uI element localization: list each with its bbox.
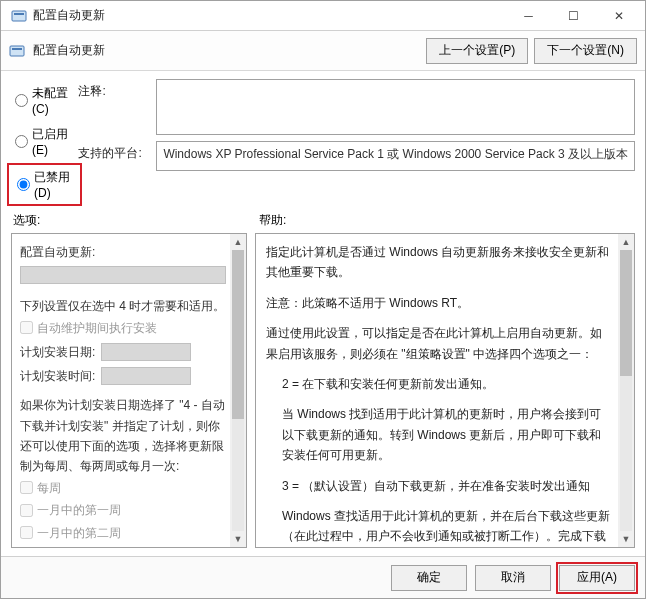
svg-rect-2 (10, 46, 24, 56)
minimize-button[interactable]: ─ (506, 1, 551, 31)
chk-first-week-input[interactable] (20, 504, 33, 517)
config-area: 未配置(C) 已启用(E) 已禁用(D) 注释: 支持的平台: Windows … (1, 71, 645, 208)
chk-every-week-input[interactable] (20, 481, 33, 494)
options-scrollbar[interactable]: ▲ ▼ (230, 234, 246, 547)
scroll-down-icon[interactable]: ▼ (232, 533, 244, 545)
help-header: 帮助: (259, 212, 633, 229)
help-p5: 当 Windows 找到适用于此计算机的更新时，用户将会接到可以下载更新的通知。… (266, 404, 612, 465)
radio-disabled-highlight: 已禁用(D) (7, 163, 82, 206)
apply-button[interactable]: 应用(A) (559, 565, 635, 591)
chk-maintenance-window-label: 自动维护期间执行安装 (37, 318, 157, 338)
options-heading: 配置自动更新: (20, 242, 226, 262)
policy-title: 配置自动更新 (33, 42, 420, 59)
radio-disabled-input[interactable] (17, 178, 30, 191)
supported-platform-label: 支持的平台: (78, 141, 148, 162)
comment-textarea[interactable] (156, 79, 635, 135)
help-p3: 通过使用此设置，可以指定是否在此计算机上启用自动更新。如果启用该服务，则必须在 … (266, 323, 612, 364)
help-p4: 2 = 在下载和安装任何更新前发出通知。 (266, 374, 612, 394)
radio-disabled[interactable]: 已禁用(D) (13, 167, 76, 202)
scroll-up-icon[interactable]: ▲ (232, 236, 244, 248)
comment-label: 注释: (78, 79, 148, 100)
options-note-text: 如果你为计划安装日期选择了 "4 - 自动下载并计划安装" 并指定了计划，则你还… (20, 395, 226, 477)
radio-not-configured-label: 未配置(C) (32, 85, 78, 116)
radio-enabled[interactable]: 已启用(E) (11, 124, 78, 159)
svg-rect-3 (12, 48, 22, 50)
next-setting-button[interactable]: 下一个设置(N) (534, 38, 637, 64)
help-p2: 注意：此策略不适用于 Windows RT。 (266, 293, 612, 313)
chk-second-week-label: 一月中的第二周 (37, 523, 121, 543)
radio-enabled-label: 已启用(E) (32, 126, 78, 157)
window-title: 配置自动更新 (33, 7, 506, 24)
chk-every-week[interactable]: 每周 (20, 477, 226, 499)
policy-header: 配置自动更新 上一个设置(P) 下一个设置(N) (1, 31, 645, 71)
state-radio-group: 未配置(C) 已启用(E) 已禁用(D) (11, 79, 78, 204)
svg-rect-0 (12, 11, 26, 21)
prev-setting-button[interactable]: 上一个设置(P) (426, 38, 528, 64)
scroll-up-icon[interactable]: ▲ (620, 236, 632, 248)
help-p7: Windows 查找适用于此计算机的更新，并在后台下载这些更新（在此过程中，用户… (266, 506, 612, 547)
ok-button[interactable]: 确定 (391, 565, 467, 591)
window-icon (11, 8, 27, 24)
scroll-down-icon[interactable]: ▼ (620, 533, 632, 545)
supported-platform-text: Windows XP Professional Service Pack 1 或… (156, 141, 635, 171)
cancel-button[interactable]: 取消 (475, 565, 551, 591)
radio-disabled-label: 已禁用(D) (34, 169, 76, 200)
gpedit-dialog-window: 配置自动更新 ─ ☐ ✕ 配置自动更新 上一个设置(P) 下一个设置(N) 未配… (0, 0, 646, 599)
help-p6: 3 = （默认设置）自动下载更新，并在准备安装时发出通知 (266, 476, 612, 496)
chk-maintenance-window-input[interactable] (20, 321, 33, 334)
pane-headers: 选项: 帮助: (1, 208, 645, 229)
svg-rect-1 (14, 13, 24, 15)
maximize-button[interactable]: ☐ (551, 1, 596, 31)
chk-second-week-input[interactable] (20, 526, 33, 539)
options-header: 选项: (13, 212, 259, 229)
help-p1: 指定此计算机是否通过 Windows 自动更新服务来接收安全更新和其他重要下载。 (266, 242, 612, 283)
configure-dropdown[interactable] (20, 266, 226, 284)
chk-first-week-label: 一月中的第一周 (37, 500, 121, 520)
chk-maintenance-window[interactable]: 自动维护期间执行安装 (20, 317, 226, 339)
install-time-dropdown[interactable] (101, 367, 191, 385)
options-pane: 配置自动更新: 下列设置仅在选中 4 时才需要和适用。 自动维护期间执行安装 计… (11, 233, 247, 548)
chk-second-week[interactable]: 一月中的第二周 (20, 522, 226, 544)
chk-every-week-label: 每周 (37, 478, 61, 498)
radio-not-configured-input[interactable] (15, 94, 28, 107)
chk-first-week[interactable]: 一月中的第一周 (20, 499, 226, 521)
policy-icon (9, 43, 25, 59)
titlebar: 配置自动更新 ─ ☐ ✕ (1, 1, 645, 31)
radio-not-configured[interactable]: 未配置(C) (11, 83, 78, 118)
install-time-label: 计划安装时间: (20, 366, 95, 386)
close-button[interactable]: ✕ (596, 1, 641, 31)
install-date-dropdown[interactable] (101, 343, 191, 361)
options-condition-text: 下列设置仅在选中 4 时才需要和适用。 (20, 296, 226, 316)
help-pane: 指定此计算机是否通过 Windows 自动更新服务来接收安全更新和其他重要下载。… (255, 233, 635, 548)
install-date-label: 计划安装日期: (20, 342, 95, 362)
radio-enabled-input[interactable] (15, 135, 28, 148)
help-scrollbar[interactable]: ▲ ▼ (618, 234, 634, 547)
dialog-footer: 确定 取消 应用(A) (1, 556, 645, 598)
